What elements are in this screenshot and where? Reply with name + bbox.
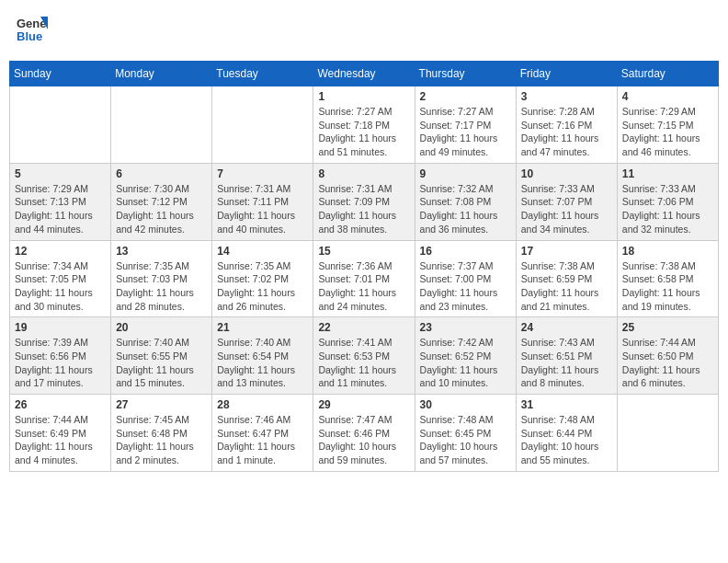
day-number: 25 bbox=[622, 321, 713, 334]
calendar-cell: 9Sunrise: 7:32 AM Sunset: 7:08 PM Daylig… bbox=[415, 163, 516, 240]
day-number: 19 bbox=[15, 321, 106, 334]
day-number: 12 bbox=[15, 245, 106, 258]
calendar-cell bbox=[212, 86, 313, 164]
day-number: 2 bbox=[420, 90, 511, 103]
week-row-3: 12Sunrise: 7:34 AM Sunset: 7:05 PM Dayli… bbox=[10, 240, 719, 317]
day-info: Sunrise: 7:29 AM Sunset: 7:13 PM Dayligh… bbox=[15, 182, 106, 236]
day-info: Sunrise: 7:35 AM Sunset: 7:02 PM Dayligh… bbox=[217, 259, 308, 314]
day-number: 21 bbox=[217, 321, 308, 334]
day-number: 1 bbox=[318, 90, 409, 103]
day-number: 4 bbox=[622, 90, 713, 103]
calendar-cell: 26Sunrise: 7:44 AM Sunset: 6:49 PM Dayli… bbox=[10, 395, 111, 472]
calendar-cell: 10Sunrise: 7:33 AM Sunset: 7:07 PM Dayli… bbox=[516, 163, 617, 240]
calendar-cell bbox=[10, 86, 111, 164]
calendar-cell: 5Sunrise: 7:29 AM Sunset: 7:13 PM Daylig… bbox=[10, 163, 111, 240]
day-info: Sunrise: 7:28 AM Sunset: 7:16 PM Dayligh… bbox=[521, 105, 612, 159]
calendar-cell: 29Sunrise: 7:47 AM Sunset: 6:46 PM Dayli… bbox=[313, 395, 415, 472]
page: General Blue SundayMondayTuesdayWednesda… bbox=[0, 0, 728, 563]
day-info: Sunrise: 7:35 AM Sunset: 7:03 PM Dayligh… bbox=[116, 259, 207, 314]
weekday-header-row: SundayMondayTuesdayWednesdayThursdayFrid… bbox=[10, 62, 719, 86]
calendar-cell: 27Sunrise: 7:45 AM Sunset: 6:48 PM Dayli… bbox=[111, 395, 212, 472]
day-info: Sunrise: 7:42 AM Sunset: 6:52 PM Dayligh… bbox=[420, 336, 511, 390]
calendar-cell: 3Sunrise: 7:28 AM Sunset: 7:16 PM Daylig… bbox=[516, 86, 617, 164]
day-number: 9 bbox=[420, 167, 511, 180]
day-number: 29 bbox=[318, 398, 409, 411]
calendar-cell: 2Sunrise: 7:27 AM Sunset: 7:17 PM Daylig… bbox=[415, 86, 516, 164]
calendar-cell: 22Sunrise: 7:41 AM Sunset: 6:53 PM Dayli… bbox=[313, 317, 415, 395]
weekday-header-thursday: Thursday bbox=[415, 62, 516, 86]
weekday-header-saturday: Saturday bbox=[617, 62, 718, 86]
day-number: 13 bbox=[116, 245, 207, 258]
day-info: Sunrise: 7:31 AM Sunset: 7:09 PM Dayligh… bbox=[318, 182, 409, 236]
day-info: Sunrise: 7:44 AM Sunset: 6:49 PM Dayligh… bbox=[15, 413, 106, 467]
day-number: 8 bbox=[318, 167, 409, 180]
day-number: 30 bbox=[420, 398, 511, 411]
day-number: 18 bbox=[622, 245, 713, 258]
day-info: Sunrise: 7:43 AM Sunset: 6:51 PM Dayligh… bbox=[521, 336, 612, 390]
day-number: 11 bbox=[622, 167, 713, 180]
day-info: Sunrise: 7:48 AM Sunset: 6:44 PM Dayligh… bbox=[521, 413, 612, 467]
day-info: Sunrise: 7:33 AM Sunset: 7:06 PM Dayligh… bbox=[622, 182, 713, 236]
calendar-cell: 16Sunrise: 7:37 AM Sunset: 7:00 PM Dayli… bbox=[415, 240, 516, 317]
day-number: 16 bbox=[420, 245, 511, 258]
day-info: Sunrise: 7:31 AM Sunset: 7:11 PM Dayligh… bbox=[217, 182, 308, 236]
day-info: Sunrise: 7:36 AM Sunset: 7:01 PM Dayligh… bbox=[318, 259, 409, 314]
day-info: Sunrise: 7:47 AM Sunset: 6:46 PM Dayligh… bbox=[318, 413, 409, 467]
calendar-cell: 11Sunrise: 7:33 AM Sunset: 7:06 PM Dayli… bbox=[617, 163, 718, 240]
day-number: 28 bbox=[217, 398, 308, 411]
calendar-cell: 1Sunrise: 7:27 AM Sunset: 7:18 PM Daylig… bbox=[313, 86, 415, 164]
weekday-header-wednesday: Wednesday bbox=[313, 62, 415, 86]
day-info: Sunrise: 7:37 AM Sunset: 7:00 PM Dayligh… bbox=[420, 259, 511, 314]
day-number: 20 bbox=[116, 321, 207, 334]
day-number: 14 bbox=[217, 245, 308, 258]
calendar-cell: 8Sunrise: 7:31 AM Sunset: 7:09 PM Daylig… bbox=[313, 163, 415, 240]
day-info: Sunrise: 7:38 AM Sunset: 6:58 PM Dayligh… bbox=[622, 259, 713, 314]
day-info: Sunrise: 7:45 AM Sunset: 6:48 PM Dayligh… bbox=[116, 413, 207, 467]
day-info: Sunrise: 7:41 AM Sunset: 6:53 PM Dayligh… bbox=[318, 336, 409, 390]
day-number: 10 bbox=[521, 167, 612, 180]
day-number: 7 bbox=[217, 167, 308, 180]
day-number: 31 bbox=[521, 398, 612, 411]
week-row-1: 1Sunrise: 7:27 AM Sunset: 7:18 PM Daylig… bbox=[10, 86, 719, 164]
week-row-5: 26Sunrise: 7:44 AM Sunset: 6:49 PM Dayli… bbox=[10, 395, 719, 472]
logo: General Blue bbox=[15, 13, 51, 50]
day-number: 24 bbox=[521, 321, 612, 334]
day-info: Sunrise: 7:38 AM Sunset: 6:59 PM Dayligh… bbox=[521, 259, 612, 314]
day-info: Sunrise: 7:40 AM Sunset: 6:55 PM Dayligh… bbox=[116, 336, 207, 390]
logo-icon: General Blue bbox=[15, 13, 48, 46]
day-number: 15 bbox=[318, 245, 409, 258]
calendar-cell: 4Sunrise: 7:29 AM Sunset: 7:15 PM Daylig… bbox=[617, 86, 718, 164]
header: General Blue bbox=[9, 9, 719, 53]
calendar-cell: 13Sunrise: 7:35 AM Sunset: 7:03 PM Dayli… bbox=[111, 240, 212, 317]
calendar-table: SundayMondayTuesdayWednesdayThursdayFrid… bbox=[9, 61, 719, 472]
calendar-cell: 31Sunrise: 7:48 AM Sunset: 6:44 PM Dayli… bbox=[516, 395, 617, 472]
svg-text:Blue: Blue bbox=[17, 29, 42, 43]
calendar-cell: 30Sunrise: 7:48 AM Sunset: 6:45 PM Dayli… bbox=[415, 395, 516, 472]
calendar-cell: 17Sunrise: 7:38 AM Sunset: 6:59 PM Dayli… bbox=[516, 240, 617, 317]
day-info: Sunrise: 7:40 AM Sunset: 6:54 PM Dayligh… bbox=[217, 336, 308, 390]
calendar-cell: 6Sunrise: 7:30 AM Sunset: 7:12 PM Daylig… bbox=[111, 163, 212, 240]
weekday-header-monday: Monday bbox=[111, 62, 212, 86]
calendar-cell: 21Sunrise: 7:40 AM Sunset: 6:54 PM Dayli… bbox=[212, 317, 313, 395]
calendar-cell: 20Sunrise: 7:40 AM Sunset: 6:55 PM Dayli… bbox=[111, 317, 212, 395]
calendar-cell: 18Sunrise: 7:38 AM Sunset: 6:58 PM Dayli… bbox=[617, 240, 718, 317]
weekday-header-sunday: Sunday bbox=[10, 62, 111, 86]
calendar-cell: 25Sunrise: 7:44 AM Sunset: 6:50 PM Dayli… bbox=[617, 317, 718, 395]
day-info: Sunrise: 7:32 AM Sunset: 7:08 PM Dayligh… bbox=[420, 182, 511, 236]
calendar-cell: 15Sunrise: 7:36 AM Sunset: 7:01 PM Dayli… bbox=[313, 240, 415, 317]
day-info: Sunrise: 7:30 AM Sunset: 7:12 PM Dayligh… bbox=[116, 182, 207, 236]
day-info: Sunrise: 7:34 AM Sunset: 7:05 PM Dayligh… bbox=[15, 259, 106, 314]
week-row-2: 5Sunrise: 7:29 AM Sunset: 7:13 PM Daylig… bbox=[10, 163, 719, 240]
day-number: 17 bbox=[521, 245, 612, 258]
calendar-cell: 19Sunrise: 7:39 AM Sunset: 6:56 PM Dayli… bbox=[10, 317, 111, 395]
calendar-cell bbox=[617, 395, 718, 472]
calendar-cell: 24Sunrise: 7:43 AM Sunset: 6:51 PM Dayli… bbox=[516, 317, 617, 395]
day-number: 5 bbox=[15, 167, 106, 180]
day-number: 22 bbox=[318, 321, 409, 334]
day-info: Sunrise: 7:29 AM Sunset: 7:15 PM Dayligh… bbox=[622, 105, 713, 159]
day-info: Sunrise: 7:33 AM Sunset: 7:07 PM Dayligh… bbox=[521, 182, 612, 236]
calendar-cell: 12Sunrise: 7:34 AM Sunset: 7:05 PM Dayli… bbox=[10, 240, 111, 317]
day-info: Sunrise: 7:46 AM Sunset: 6:47 PM Dayligh… bbox=[217, 413, 308, 467]
weekday-header-tuesday: Tuesday bbox=[212, 62, 313, 86]
calendar-cell: 23Sunrise: 7:42 AM Sunset: 6:52 PM Dayli… bbox=[415, 317, 516, 395]
